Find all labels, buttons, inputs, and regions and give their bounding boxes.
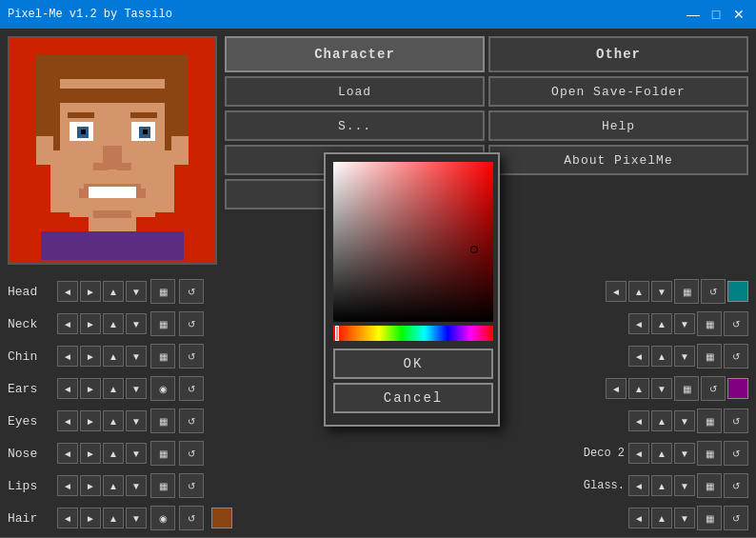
ears-eye[interactable]: ◉ (150, 376, 175, 401)
eyes-r-refresh[interactable]: ↺ (724, 408, 748, 433)
lips-r-up[interactable]: ▲ (651, 475, 672, 496)
chin-right[interactable]: ► (80, 346, 101, 367)
hair-color-swatch[interactable] (211, 508, 232, 528)
minimize-button[interactable]: — (684, 5, 703, 24)
neck-r-left[interactable]: ◄ (628, 313, 649, 334)
ears-r-refresh[interactable]: ↺ (701, 376, 726, 401)
lips-r-down[interactable]: ▼ (674, 475, 695, 496)
neck-grid[interactable]: ▦ (150, 311, 175, 336)
nose-r-down[interactable]: ▼ (674, 443, 695, 464)
other-tab[interactable]: Other (488, 36, 748, 72)
eyes-grid[interactable]: ▦ (150, 408, 175, 433)
nose-grid[interactable]: ▦ (150, 441, 175, 466)
eyes-left[interactable]: ◄ (57, 410, 78, 431)
eyes-down[interactable]: ▼ (126, 410, 147, 431)
neck-up[interactable]: ▲ (103, 313, 124, 334)
eyes-right[interactable]: ► (80, 410, 101, 431)
ears-color-swatch[interactable] (727, 378, 748, 399)
neck-r-grid[interactable]: ▦ (697, 311, 722, 336)
ears-r-down[interactable]: ▼ (651, 378, 672, 399)
lips-up[interactable]: ▲ (103, 475, 124, 496)
lips-r-left[interactable]: ◄ (628, 475, 649, 496)
lips-right[interactable]: ► (80, 475, 101, 496)
chin-r-up[interactable]: ▲ (651, 346, 672, 367)
nose-r-refresh[interactable]: ↺ (724, 441, 748, 466)
neck-down[interactable]: ▼ (126, 313, 147, 334)
head-refresh[interactable]: ↺ (179, 279, 204, 304)
chin-refresh[interactable]: ↺ (179, 344, 204, 369)
ears-right[interactable]: ► (80, 378, 101, 399)
chin-r-grid[interactable]: ▦ (697, 344, 722, 369)
eyes-refresh[interactable]: ↺ (179, 408, 204, 433)
head-r-down[interactable]: ▼ (651, 281, 672, 302)
head-left[interactable]: ◄ (57, 281, 78, 302)
ears-r-left[interactable]: ◄ (606, 378, 627, 399)
eyes-r-left[interactable]: ◄ (628, 410, 649, 431)
lips-down[interactable]: ▼ (126, 475, 147, 496)
hair-r-down[interactable]: ▼ (674, 508, 695, 528)
nose-left[interactable]: ◄ (57, 443, 78, 464)
ears-down[interactable]: ▼ (126, 378, 147, 399)
neck-left[interactable]: ◄ (57, 313, 78, 334)
close-button[interactable]: ✕ (729, 5, 748, 24)
nose-down[interactable]: ▼ (126, 443, 147, 464)
chin-r-left[interactable]: ◄ (628, 346, 649, 367)
head-up[interactable]: ▲ (103, 281, 124, 302)
hair-right[interactable]: ► (80, 508, 101, 528)
hair-r-refresh[interactable]: ↺ (724, 506, 748, 530)
lips-r-grid[interactable]: ▦ (697, 473, 722, 498)
nose-refresh[interactable]: ↺ (179, 441, 204, 466)
hair-r-up[interactable]: ▲ (651, 508, 672, 528)
head-r-left[interactable]: ◄ (606, 281, 627, 302)
hair-up[interactable]: ▲ (103, 508, 124, 528)
save-button[interactable]: S... (225, 110, 485, 141)
head-r-up[interactable]: ▲ (628, 281, 649, 302)
neck-r-down[interactable]: ▼ (674, 313, 695, 334)
hue-slider[interactable] (333, 326, 493, 341)
nose-right[interactable]: ► (80, 443, 101, 464)
head-right[interactable]: ► (80, 281, 101, 302)
hair-left[interactable]: ◄ (57, 508, 78, 528)
chin-up[interactable]: ▲ (103, 346, 124, 367)
character-tab[interactable]: Character (225, 36, 485, 72)
neck-r-up[interactable]: ▲ (651, 313, 672, 334)
help-button[interactable]: Help (488, 110, 748, 141)
ears-r-up[interactable]: ▲ (628, 378, 649, 399)
ears-up[interactable]: ▲ (103, 378, 124, 399)
nose-r-left[interactable]: ◄ (628, 443, 649, 464)
lips-refresh[interactable]: ↺ (179, 473, 204, 498)
color-ok-button[interactable]: OK (333, 349, 493, 379)
ears-left[interactable]: ◄ (57, 378, 78, 399)
eyes-r-grid[interactable]: ▦ (697, 408, 722, 433)
chin-r-refresh[interactable]: ↺ (724, 344, 748, 369)
hair-r-grid[interactable]: ▦ (697, 506, 722, 530)
chin-grid[interactable]: ▦ (150, 344, 175, 369)
ears-r-grid[interactable]: ▦ (674, 376, 699, 401)
about-button[interactable]: About PixelMe (488, 145, 748, 175)
color-gradient[interactable] (333, 162, 493, 322)
lips-r-refresh[interactable]: ↺ (724, 473, 748, 498)
head-color-swatch[interactable] (727, 281, 748, 302)
color-cancel-button[interactable]: Cancel (333, 383, 493, 413)
ears-refresh[interactable]: ↺ (179, 376, 204, 401)
chin-down[interactable]: ▼ (126, 346, 147, 367)
hair-down[interactable]: ▼ (126, 508, 147, 528)
lips-grid[interactable]: ▦ (150, 473, 175, 498)
hair-refresh[interactable]: ↺ (179, 506, 204, 530)
nose-r-up[interactable]: ▲ (651, 443, 672, 464)
nose-up[interactable]: ▲ (103, 443, 124, 464)
head-r-refresh[interactable]: ↺ (701, 279, 726, 304)
chin-r-down[interactable]: ▼ (674, 346, 695, 367)
hair-r-left[interactable]: ◄ (628, 508, 649, 528)
neck-refresh[interactable]: ↺ (179, 311, 204, 336)
eyes-r-up[interactable]: ▲ (651, 410, 672, 431)
neck-r-refresh[interactable]: ↺ (724, 311, 748, 336)
neck-right[interactable]: ► (80, 313, 101, 334)
head-down[interactable]: ▼ (126, 281, 147, 302)
nose-r-grid[interactable]: ▦ (697, 441, 722, 466)
eyes-up[interactable]: ▲ (103, 410, 124, 431)
load-button[interactable]: Load (225, 76, 485, 107)
head-grid[interactable]: ▦ (150, 279, 175, 304)
head-r-grid[interactable]: ▦ (674, 279, 699, 304)
lips-left[interactable]: ◄ (57, 475, 78, 496)
